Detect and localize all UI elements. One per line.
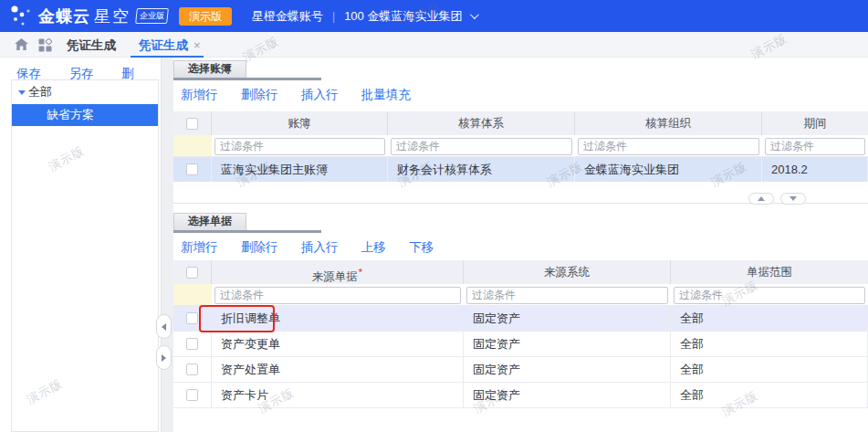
row-checkbox[interactable] xyxy=(186,389,198,401)
required-marker: * xyxy=(359,267,362,278)
logo-text-secondary: 星空 xyxy=(94,5,131,27)
select-all-checkbox[interactable] xyxy=(186,118,198,130)
filter-input[interactable] xyxy=(674,287,865,304)
collapse-down-button[interactable] xyxy=(780,193,806,205)
triangle-down-icon xyxy=(790,196,797,201)
column-header: 来源单据* xyxy=(212,260,464,284)
tab-voucher-generation[interactable]: 凭证生成× xyxy=(139,37,201,54)
tree-expand-icon[interactable] xyxy=(18,90,26,95)
save-button[interactable]: 保存 xyxy=(16,67,41,80)
main-content: 选择账簿 新增行 删除行 插入行 批量填充 账簿 核算体系 核算组织 期间 xyxy=(173,58,868,432)
kingdee-logo: 金蝶云 星空 企业版 xyxy=(7,3,168,30)
document-toolbar: 新增行 删除行 插入行 上移 下移 xyxy=(181,238,453,256)
cell-source-document[interactable]: 资产卡片 xyxy=(212,383,464,407)
tab-label: 凭证生成 xyxy=(139,38,188,52)
cell-source-system[interactable]: 固定资产 xyxy=(464,383,671,407)
account-divider: | xyxy=(332,10,335,23)
cell-accounting-system[interactable]: 财务会计核算体系 xyxy=(388,157,575,182)
move-up-button[interactable]: 上移 xyxy=(361,240,386,254)
filter-input[interactable] xyxy=(578,138,759,155)
table-row[interactable]: 资产处置单 固定资产 全部 xyxy=(173,357,868,383)
header-checkbox-cell xyxy=(173,260,212,284)
save-as-button[interactable]: 另存 xyxy=(68,67,93,80)
tab-bar: 凭证生成 凭证生成× xyxy=(0,32,868,58)
app-window: 金蝶云 星空 企业版 演示版 星橙金蝶账号 | 100 金蝶蓝海实业集团 凭证生… xyxy=(0,0,868,432)
add-row-button[interactable]: 新增行 xyxy=(181,240,218,254)
row-checkbox[interactable] xyxy=(186,163,198,175)
triangle-left-icon xyxy=(162,323,166,331)
menu-tab-voucher-generation[interactable]: 凭证生成 xyxy=(67,37,116,54)
scheme-sidebar: 保存 另存 删除 全部 缺省方案 xyxy=(0,58,159,432)
table-row[interactable]: 资产卡片 固定资产 全部 xyxy=(173,383,868,408)
chevron-down-icon[interactable] xyxy=(470,10,479,19)
filter-input[interactable] xyxy=(765,138,865,155)
table-row[interactable]: 折旧调整单 固定资产 全部 xyxy=(173,306,868,332)
cell-accounting-org[interactable]: 金蝶蓝海实业集团 xyxy=(575,157,762,182)
column-header: 账簿 xyxy=(212,111,388,135)
filter-input[interactable] xyxy=(214,287,461,304)
app-grid-icon[interactable] xyxy=(38,38,52,52)
section-tab-select-document[interactable]: 选择单据 xyxy=(173,213,246,230)
logo-text-primary: 金蝶云 xyxy=(38,5,90,27)
section-rule xyxy=(173,230,321,233)
account-switcher[interactable]: 星橙金蝶账号 | 100 金蝶蓝海实业集团 xyxy=(252,8,476,25)
delete-row-button[interactable]: 删除行 xyxy=(241,88,278,101)
cell-period[interactable]: 2018.2 xyxy=(762,157,868,182)
collapse-up-button[interactable] xyxy=(748,193,774,205)
cell-source-system[interactable]: 固定资产 xyxy=(464,332,671,356)
tab-close-icon[interactable]: × xyxy=(193,38,201,52)
cell-source-document[interactable]: 资产处置单 xyxy=(212,357,464,382)
section-rule xyxy=(173,78,321,80)
header-checkbox-cell xyxy=(173,111,212,135)
cell-account-book[interactable]: 蓝海实业集团主账簿 xyxy=(212,157,388,182)
cell-source-system[interactable]: 固定资产 xyxy=(464,357,671,382)
filter-input[interactable] xyxy=(466,287,668,304)
filter-row xyxy=(173,284,868,306)
filter-input[interactable] xyxy=(214,138,385,155)
table-row[interactable]: 蓝海实业集团主账簿 财务会计核算体系 金蝶蓝海实业集团 2018.2 xyxy=(173,157,868,182)
row-checkbox[interactable] xyxy=(186,312,198,324)
cell-source-document[interactable]: 折旧调整单 xyxy=(212,306,464,331)
sidebar-collapse-button[interactable] xyxy=(156,314,172,339)
insert-row-button[interactable]: 插入行 xyxy=(301,240,339,254)
account-book-table: 账簿 核算体系 核算组织 期间 蓝海实业集团主账簿 财务会计核算体系 金蝶蓝海实… xyxy=(173,111,868,182)
demo-version-button[interactable]: 演示版 xyxy=(179,7,232,26)
batch-fill-button[interactable]: 批量填充 xyxy=(361,88,411,101)
cell-document-range[interactable]: 全部 xyxy=(671,306,868,331)
account-name: 星橙金蝶账号 xyxy=(252,8,323,25)
row-checkbox[interactable] xyxy=(186,338,198,350)
filter-input[interactable] xyxy=(391,138,572,155)
delete-row-button[interactable]: 删除行 xyxy=(241,240,278,254)
section-tab-select-account-book[interactable]: 选择账簿 xyxy=(173,60,246,78)
cell-source-document[interactable]: 资产变更单 xyxy=(212,332,464,356)
organization-name: 100 金蝶蓝海实业集团 xyxy=(344,8,462,25)
cell-document-range[interactable]: 全部 xyxy=(671,332,868,356)
row-checkbox[interactable] xyxy=(186,364,198,375)
tree-node-all[interactable]: 全部 xyxy=(12,80,158,104)
triangle-up-icon xyxy=(758,196,765,201)
filter-row xyxy=(173,135,868,157)
column-header: 单据范围 xyxy=(671,260,868,284)
column-header: 核算组织 xyxy=(575,111,762,135)
table-header-row: 来源单据* 来源系统 单据范围 xyxy=(173,260,868,284)
sidebar-expand-button[interactable] xyxy=(156,345,172,370)
sidebar-splitter[interactable] xyxy=(161,58,173,432)
select-all-checkbox[interactable] xyxy=(186,267,198,279)
account-book-toolbar: 新增行 删除行 插入行 批量填充 xyxy=(181,86,430,103)
tree-node-default-scheme[interactable]: 缺省方案 xyxy=(12,104,158,126)
cell-source-system[interactable]: 固定资产 xyxy=(464,306,671,331)
cell-document-range[interactable]: 全部 xyxy=(671,383,868,407)
home-icon[interactable] xyxy=(15,38,28,51)
top-header: 金蝶云 星空 企业版 演示版 星橙金蝶账号 | 100 金蝶蓝海实业集团 xyxy=(0,0,868,32)
column-header: 来源系统 xyxy=(464,260,671,284)
add-row-button[interactable]: 新增行 xyxy=(181,88,218,101)
move-down-button[interactable]: 下移 xyxy=(409,240,434,254)
insert-row-button[interactable]: 插入行 xyxy=(301,88,339,101)
column-header: 核算体系 xyxy=(388,111,575,135)
table-row[interactable]: 资产变更单 固定资产 全部 xyxy=(173,332,868,357)
document-table: 来源单据* 来源系统 单据范围 折旧调整单 固定资产 全部 资产变更单 固定资产 xyxy=(173,260,868,408)
cell-document-range[interactable]: 全部 xyxy=(671,357,868,382)
edition-badge: 企业版 xyxy=(135,8,169,24)
tree-root-label: 全部 xyxy=(28,85,52,99)
column-header: 期间 xyxy=(762,111,868,135)
